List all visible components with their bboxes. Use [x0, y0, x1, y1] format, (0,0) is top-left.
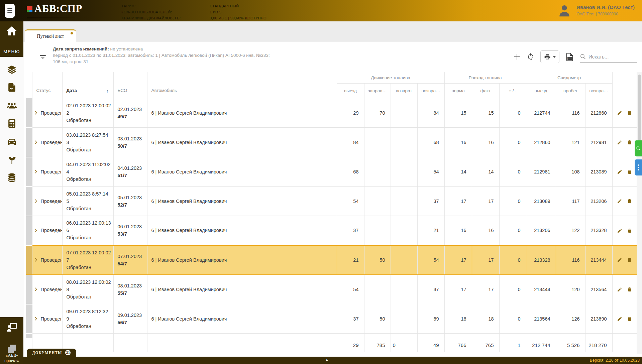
refresh-button[interactable]	[527, 53, 535, 61]
table-row[interactable]: Проведен 02.01.2023 12:00:022Обработан 0…	[26, 98, 637, 128]
home-icon[interactable]	[6, 25, 18, 37]
col-fuel-back[interactable]: возвра…	[417, 84, 444, 98]
document-icon[interactable]	[7, 82, 17, 93]
table-row[interactable]: Проведен 04.01.2023 11:02:024Обработан 0…	[26, 157, 637, 187]
col-date[interactable]: Дата↑	[62, 72, 113, 98]
search-input[interactable]	[588, 54, 632, 59]
cell-norm: 17	[444, 275, 472, 304]
cell-speedo-out: 213564	[526, 304, 556, 334]
chevron-right-icon[interactable]	[34, 199, 38, 203]
app-header: АБВ:СПР ТАРИФ:СТАНДАРТНЫЙ КОЛ-ВО ПОЛЬЗОВ…	[0, 0, 642, 21]
cell-diff: 0	[499, 187, 526, 216]
chevron-right-icon[interactable]	[34, 140, 38, 144]
table-row[interactable]: Проведен 08.01.2023 12:00:028Обработан 0…	[26, 275, 637, 304]
col-fuel-return[interactable]: возврат	[391, 84, 417, 98]
car-icon[interactable]	[7, 136, 17, 147]
cell-status: Проведен	[32, 187, 62, 216]
cell-norm: 15	[444, 98, 472, 128]
filter-icon[interactable]	[39, 53, 47, 61]
col-bso[interactable]: БСО	[113, 72, 147, 98]
cell-fuel-out: 54	[337, 275, 364, 304]
col-fuel-out[interactable]: выезд	[337, 84, 364, 98]
col-fact[interactable]: факт	[472, 84, 499, 98]
edit-button[interactable]	[617, 199, 622, 204]
col-norm[interactable]: норма	[444, 84, 472, 98]
cell-date: 05.01.2023 8:57:145Обработан	[62, 187, 113, 216]
cell-fuel-return	[391, 216, 417, 245]
table-row[interactable]: Проведен 07.01.2023 12:00:027Обработан 0…	[26, 245, 637, 275]
main-content: Путевой лист Дата запрета изменений: не …	[23, 21, 642, 364]
app-logo[interactable]: АБВ:СПР	[27, 3, 82, 15]
table-row[interactable]: Проведен 03.01.2023 8:27:543Обработан 03…	[26, 128, 637, 157]
kebab-icon	[638, 164, 639, 170]
plan-info: ТАРИФ:СТАНДАРТНЫЙ КОЛ-ВО ПОЛЬЗОВАТЕЛЕЙ:1…	[121, 3, 266, 21]
cell-fuel-back: 68	[417, 128, 444, 157]
cell-norm: 17	[444, 245, 472, 275]
cell-speedo-out: 212981	[526, 157, 556, 187]
training-icon[interactable]	[6, 322, 17, 333]
cell-actions	[612, 304, 637, 334]
chevron-right-icon[interactable]	[34, 287, 38, 291]
col-speedo-back[interactable]: возвра…	[585, 84, 612, 98]
cell-fact: 15	[472, 98, 499, 128]
edit-button[interactable]	[617, 287, 622, 292]
delete-button[interactable]	[627, 110, 632, 116]
table-body: Проведен 02.01.2023 12:00:022Обработан 0…	[26, 98, 637, 334]
documents-bar[interactable]: ДОКУМЕНТЫ 31	[27, 349, 76, 357]
col-speedo-out[interactable]: выезд	[526, 84, 556, 98]
edit-button[interactable]	[617, 169, 622, 174]
edit-button[interactable]	[617, 110, 622, 116]
project-label: «АБВ- проект»	[0, 353, 23, 363]
col-diff[interactable]: + / -	[499, 84, 526, 98]
scroll-top-icon[interactable]: ▲	[325, 358, 329, 362]
chevron-right-icon[interactable]	[34, 228, 38, 233]
cell-date: 08.01.2023 12:00:028Обработан	[62, 275, 113, 304]
scrollbar-thumb[interactable]	[638, 75, 641, 143]
add-button[interactable]	[513, 53, 521, 61]
cell-diff: 0	[499, 128, 526, 157]
delete-button[interactable]	[627, 316, 632, 322]
col-status[interactable]: Статус	[32, 72, 62, 98]
vertical-scrollbar[interactable]	[637, 72, 642, 354]
calculator-icon[interactable]	[7, 118, 17, 129]
col-fuel-refill[interactable]: заправ…	[364, 84, 391, 98]
col-car[interactable]: Автомобиль	[147, 72, 337, 98]
chevron-right-icon[interactable]	[34, 317, 38, 321]
cell-date: 09.01.2023 8:12:329Обработан	[62, 304, 113, 334]
cell-norm: 17	[444, 187, 472, 216]
delete-button[interactable]	[627, 257, 632, 263]
more-options-button[interactable]	[635, 159, 642, 175]
hamburger-menu-button[interactable]	[5, 4, 15, 18]
edit-button[interactable]	[617, 257, 622, 263]
delete-button[interactable]	[627, 199, 632, 204]
table-row[interactable]: Проведен 06.01.2023 12:00:136Обработан 0…	[26, 216, 637, 245]
quick-search-button[interactable]	[635, 140, 642, 156]
delete-button[interactable]	[627, 228, 632, 233]
cell-fuel-out: 21	[337, 245, 364, 275]
group-fuel-consumption: Расход топлива	[444, 72, 526, 84]
database-icon[interactable]	[7, 172, 17, 183]
chevron-right-icon[interactable]	[34, 111, 38, 115]
table-row[interactable]: Проведен 09.01.2023 8:12:329Обработан 09…	[26, 304, 637, 334]
edit-button[interactable]	[617, 316, 622, 322]
table-row[interactable]: Проведен 05.01.2023 8:57:145Обработан 05…	[26, 187, 637, 216]
sprout-icon[interactable]	[7, 154, 17, 165]
search-icon	[580, 53, 586, 60]
edit-button[interactable]	[617, 228, 622, 233]
export-xlsx-button[interactable]: XLSX	[565, 52, 574, 62]
status-bar: ▲ Версия: 2.26 от 10.05.2023	[0, 357, 642, 364]
user-menu[interactable]: Иванов И.И. (ОАО Тест) ОАО Тест | 700000…	[557, 3, 635, 18]
chevron-right-icon[interactable]	[34, 258, 38, 262]
chevron-right-icon[interactable]	[34, 169, 38, 174]
delete-button[interactable]	[627, 287, 632, 292]
col-mileage[interactable]: пробег	[556, 84, 585, 98]
cell-speedo-back: 212860	[585, 98, 612, 128]
delete-button[interactable]	[627, 169, 632, 174]
layers-icon[interactable]	[7, 64, 17, 75]
row-handle	[26, 304, 32, 334]
people-icon[interactable]	[7, 100, 17, 111]
delete-button[interactable]	[627, 140, 632, 145]
tab-waybill[interactable]: Путевой лист	[25, 29, 76, 42]
edit-button[interactable]	[617, 140, 622, 145]
print-button[interactable]	[540, 50, 559, 63]
